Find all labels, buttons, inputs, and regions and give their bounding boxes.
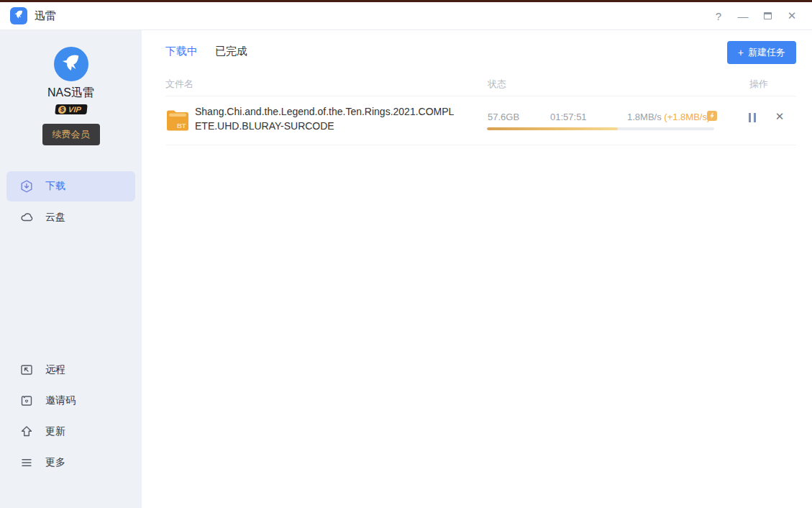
brand-block: NAS迅雷 $ VIP 续费会员 [0,30,142,145]
table-header: 文件名 状态 操作 [165,75,796,96]
bt-folder-icon: BT [165,108,190,137]
cloud-icon [20,211,33,224]
new-task-label: 新建任务 [748,46,785,59]
sidebar-nav-top: 下载 云盘 [0,171,142,232]
brand-name: NAS迅雷 [0,86,142,101]
sidebar-item-label: 更新 [45,425,65,438]
more-icon [20,456,33,469]
invite-code-icon [20,394,33,407]
help-button[interactable]: ? [710,7,727,24]
maximize-button[interactable] [759,7,776,24]
window-controls: ? — ✕ [710,7,812,24]
sidebar-item-cloud-drive[interactable]: 云盘 [6,202,135,232]
sidebar-item-label: 云盘 [45,211,65,224]
progress-bar [487,127,714,130]
tab-completed[interactable]: 已完成 [215,45,247,58]
sidebar-item-invite-code[interactable]: 邀请码 [6,386,135,416]
titlebar: 迅雷 ? — ✕ [0,2,812,30]
sidebar-item-label: 远程 [45,363,65,376]
download-task-row[interactable]: BT Shang.Chi.and.the.Legend.of.the.Ten.R… [165,96,796,145]
vip-coin-icon: $ [58,106,66,114]
task-filename: Shang.Chi.and.the.Legend.of.the.Ten.Ring… [195,104,458,133]
maximize-icon [764,12,772,19]
new-task-button[interactable]: + 新建任务 [727,41,796,64]
sidebar-item-label: 更多 [45,456,65,469]
plus-icon: + [738,47,744,58]
sidebar-item-label: 邀请码 [45,394,76,407]
trial-boost-icon[interactable] [707,111,717,121]
task-speed: 1.8MB/s (+1.8MB/s) [627,112,703,122]
app-logo [10,7,27,24]
sidebar: NAS迅雷 $ VIP 续费会员 下载 云盘 [0,30,142,508]
update-icon [20,425,33,438]
task-boost-speed: (+1.8MB/s) [664,112,710,122]
renew-membership-button[interactable]: 续费会员 [42,124,100,145]
sidebar-item-more[interactable]: 更多 [6,448,135,478]
column-action: 操作 [749,78,768,91]
task-size: 57.6GB [488,112,519,122]
vip-label: VIP [68,105,81,114]
column-status: 状态 [488,78,506,91]
sidebar-item-label: 下载 [45,180,65,193]
sidebar-item-download[interactable]: 下载 [6,171,135,201]
brand-logo [54,47,88,81]
pause-button[interactable] [745,110,759,124]
remove-task-button[interactable]: ✕ [772,109,787,124]
close-button[interactable]: ✕ [783,7,800,24]
minimize-button[interactable]: — [734,7,752,24]
svg-text:BT: BT [177,122,186,130]
sidebar-item-remote[interactable]: 远程 [6,355,135,385]
remote-icon [20,363,33,376]
column-filename: 文件名 [165,78,193,91]
task-time-remaining: 01:57:51 [550,112,587,122]
vip-badge: $ VIP [55,104,87,114]
sidebar-nav-bottom: 远程 邀请码 更新 更多 [0,354,142,478]
main-panel: 下载中 已完成 + 新建任务 文件名 状态 操作 BT Shang.Chi.an… [142,30,812,508]
tab-downloading[interactable]: 下载中 [165,45,198,58]
progress-fill [487,127,618,130]
tab-bar: 下载中 已完成 [165,30,796,58]
xunlei-bird-icon [60,51,83,77]
sidebar-item-update[interactable]: 更新 [6,417,135,447]
xunlei-bird-icon [13,9,24,23]
app-title: 迅雷 [35,9,56,23]
download-icon [20,180,33,193]
